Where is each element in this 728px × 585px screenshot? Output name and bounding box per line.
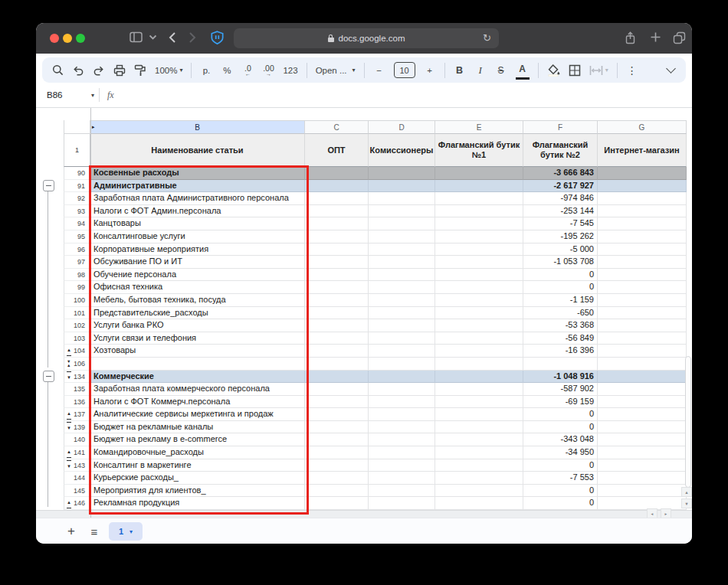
cell-E137[interactable] [435,408,523,421]
cell-E136[interactable] [435,396,523,409]
cell-E101[interactable] [435,307,523,320]
cell-D146[interactable] [369,497,435,510]
cell-E140[interactable] [435,433,523,446]
cell-C95[interactable] [305,230,369,243]
cell-C135[interactable] [305,383,369,396]
cell-D100[interactable] [369,294,435,307]
fullscreen-button[interactable] [76,34,85,43]
sheet-tab[interactable]: 1 ▾ [109,522,143,541]
row-header-136[interactable]: 136 [64,396,90,409]
cell-F137[interactable]: 0 [523,408,598,421]
cell-F103[interactable]: -56 849 [523,332,598,345]
print-icon[interactable] [113,62,126,79]
cell-C134[interactable] [305,371,369,384]
row-header-106[interactable]: 106▼▲ [64,358,90,371]
cell-B104[interactable]: Хозтовары [90,345,305,358]
cell-D1[interactable]: Комиссионеры [369,134,435,167]
decrease-font-button[interactable]: − [373,62,385,79]
cell-F91[interactable]: -2 617 927 [523,180,598,193]
cell-B141[interactable]: Командировочные_расходы [90,446,305,459]
cell-E145[interactable] [435,485,523,498]
url-bar[interactable]: docs.google.com ↻ [234,28,499,48]
cell-E92[interactable] [435,192,523,205]
cell-E103[interactable] [435,332,523,345]
cell-E96[interactable] [435,243,523,257]
cell-D141[interactable] [369,446,435,459]
row-header-104[interactable]: 104▲ [64,345,90,358]
cell-C137[interactable] [305,408,369,421]
cell-E146[interactable] [435,497,523,510]
cell-C145[interactable] [305,485,369,498]
cell-E102[interactable] [435,319,523,332]
new-tab-icon[interactable] [650,31,664,45]
cell-F90[interactable]: -3 666 843 [523,167,598,180]
cell-G99[interactable] [598,281,687,294]
cell-D140[interactable] [369,433,435,446]
cell-C104[interactable] [305,345,369,358]
cell-C100[interactable] [305,294,369,307]
cell-F141[interactable]: -34 950 [523,446,598,459]
row-header-96[interactable]: 96 [64,243,90,257]
cell-G101[interactable] [598,307,687,320]
font-size-input[interactable]: 10 [394,62,415,78]
cell-F144[interactable]: -7 553 [523,472,598,485]
cell-D94[interactable] [369,217,435,230]
column-header-C[interactable]: C [305,120,369,134]
cell-B90[interactable]: Косвенные расходы [90,167,305,180]
cell-D97[interactable] [369,256,435,269]
decrease-decimals-button[interactable]: .0← [241,62,254,79]
font-select[interactable]: Open ...▾ [316,62,356,79]
row-header-134[interactable]: 134▼ [64,371,90,384]
strikethrough-button[interactable]: S [495,62,507,79]
cell-F98[interactable]: 0 [523,269,598,282]
cell-D104[interactable] [369,345,435,358]
more-options-icon[interactable]: ⋮ [626,62,638,79]
cell-F93[interactable]: -253 144 [523,205,598,218]
cell-D134[interactable] [369,371,435,384]
cell-B136[interactable]: Налоги с ФОТ Коммерч.персонала [90,396,305,409]
cell-C93[interactable] [305,205,369,218]
row-header-140[interactable]: 140 [64,433,90,446]
minimize-button[interactable] [63,34,72,43]
cell-C97[interactable] [305,256,369,269]
cell-F92[interactable]: -974 846 [523,192,598,205]
column-header-E[interactable]: E [435,120,523,134]
toolbar-collapse-icon[interactable] [664,62,677,79]
cell-F99[interactable]: 0 [523,281,598,294]
cell-G136[interactable] [598,396,687,409]
cell-C146[interactable] [305,497,369,510]
cell-D93[interactable] [369,205,435,218]
cell-B146[interactable]: Рекламная продукция [90,497,305,510]
increase-decimals-button[interactable]: .00→ [262,62,274,79]
cell-G139[interactable] [598,421,687,434]
cell-D101[interactable] [369,307,435,320]
row-up-marker-icon[interactable]: ▲ [67,447,71,458]
cell-C103[interactable] [305,332,369,345]
cell-C139[interactable] [305,421,369,434]
cell-E141[interactable] [435,446,523,459]
cell-E135[interactable] [435,383,523,396]
italic-button[interactable]: I [474,62,487,79]
forward-icon[interactable] [189,31,202,45]
cell-G94[interactable] [598,217,687,230]
row-header-103[interactable]: 103 [64,332,90,345]
cell-F94[interactable]: -7 545 [523,217,598,230]
row-header-94[interactable]: 94 [64,217,90,230]
row-header-90[interactable]: 90 [64,167,90,180]
row-header-98[interactable]: 98 [64,269,90,282]
cell-G135[interactable] [598,383,687,396]
cell-B94[interactable]: Канцтовары [90,217,305,230]
cell-C92[interactable] [305,192,369,205]
cell-G137[interactable] [598,408,687,421]
cell-B103[interactable]: Услуги связи и телефония [90,332,305,345]
cell-E95[interactable] [435,230,523,243]
cell-F97[interactable]: -1 053 708 [523,256,598,269]
cell-D144[interactable] [369,472,435,485]
cell-B135[interactable]: Заработная плата коммерческого персонала [90,383,305,396]
cell-E1[interactable]: Флагманский бутик №1 [435,134,523,167]
row-up-marker-icon[interactable]: ▲ [67,409,71,420]
cell-D145[interactable] [369,485,435,498]
row-header-1[interactable]: 1 [64,134,90,167]
plain-format-button[interactable]: 123 [283,62,297,79]
zoom-select[interactable]: 100%▾ [155,62,182,79]
